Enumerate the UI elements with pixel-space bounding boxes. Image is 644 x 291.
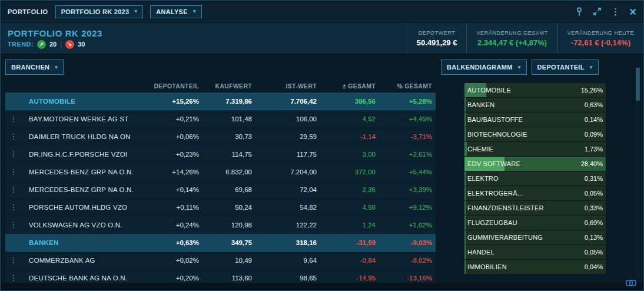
close-icon[interactable]: ×: [629, 6, 636, 18]
chart-bar-row[interactable]: FINANZDIENSTLEISTER0,33%: [464, 201, 606, 215]
stock-row[interactable]: ⋮MERCEDES-BENZ GRP NA O.N.+0,14%69,6872,…: [5, 181, 436, 199]
chart-bar-row[interactable]: AUTOMOBILE15,26%: [464, 83, 606, 97]
scrollbar-thumb[interactable]: [636, 68, 640, 101]
chart-bar-row[interactable]: HANDEL0,05%: [464, 245, 606, 259]
instrument-name: PORSCHE AUTOM.HLDG VZO: [22, 204, 141, 211]
table-header: DEPOTANTEIL KAUFWERT IST-WERT ± GESAMT %…: [5, 80, 436, 92]
depotanteil-value: +0,21%: [141, 115, 203, 123]
chart-bar-row[interactable]: BAU/BAUSTOFFE0,14%: [464, 113, 606, 127]
row-menu-icon[interactable]: ⋮: [5, 203, 22, 211]
trend-down-count: 30: [78, 41, 85, 48]
chart-bar-row[interactable]: IMMOBILIEN0,04%: [464, 260, 606, 274]
analyse-dropdown[interactable]: ANALYSE ▾: [150, 5, 201, 18]
kaufwert-value: 7.319,86: [203, 98, 255, 105]
page-title: PORTFOLIO RK 2023: [8, 28, 102, 38]
row-menu-icon[interactable]: ⋮: [5, 114, 22, 123]
column-header-gesamt-pct[interactable]: % GESAMT: [379, 82, 436, 90]
trend-label: TREND:: [8, 41, 34, 48]
depotanteil-value: +0,24%: [141, 221, 203, 229]
stat-value: 50.491,29 €: [417, 38, 457, 47]
chart-category-label: FLUGZEUGBAU: [464, 219, 517, 226]
row-menu-icon[interactable]: ⋮: [5, 256, 22, 264]
chart-bar-row[interactable]: BANKEN0,63%: [464, 98, 606, 112]
row-menu-icon[interactable]: ⋮: [5, 185, 22, 194]
vertical-scrollbar[interactable]: [635, 65, 640, 281]
chart-value-label: 0,31%: [585, 171, 603, 186]
row-menu-icon[interactable]: ⋮: [5, 220, 22, 229]
row-menu-icon[interactable]: ⋮: [5, 273, 22, 282]
instrument-name: DR.ING.H.C.F.PORSCHE VZOI: [22, 151, 141, 158]
chart-bar-row[interactable]: FLUGZEUGBAU0,69%: [464, 216, 606, 230]
kebab-menu-icon[interactable]: ⋮: [611, 6, 620, 17]
instrument-name: MERCEDES-BENZ GRP NA O.N.: [22, 168, 141, 176]
column-header-depotanteil[interactable]: DEPOTANTEIL: [141, 82, 203, 90]
chart-category-label: EDV SOFTWARE: [464, 160, 520, 167]
stock-row[interactable]: ⋮PORSCHE AUTOM.HLDG VZO+0,11%50,2454,824…: [5, 199, 436, 216]
column-header-gesamt[interactable]: ± GESAMT: [320, 82, 379, 90]
chart-bar-row[interactable]: GUMMIVERARBEITUNG0,13%: [464, 230, 606, 244]
depotanteil-value: +0,63%: [141, 239, 203, 246]
ist-wert-value: 7.204,00: [255, 168, 320, 176]
chart-category-label: FINANZDIENSTLEISTER: [464, 204, 544, 211]
depotanteil-value: +0,11%: [141, 204, 203, 211]
chart-bar-row[interactable]: BIOTECHNOLOGIE0,09%: [464, 127, 606, 141]
chart-category-label: BAU/BAUSTOFFE: [464, 116, 523, 123]
row-menu-icon[interactable]: ⋮: [5, 150, 22, 158]
stock-row[interactable]: ⋮COMMERZBANK AG+0,02%10,499,64-0,84-8,02…: [5, 252, 436, 269]
sector-row[interactable]: AUTOMOBILE+15,26%7.319,867.706,42386,56+…: [5, 92, 436, 110]
gesamt-pct-value: +2,61%: [379, 151, 436, 158]
sector-name: AUTOMOBILE: [22, 98, 141, 105]
chevron-down-icon: ▾: [134, 9, 137, 14]
sector-row[interactable]: BANKEN+0,63%349,75318,16-31,59-9,03%: [5, 234, 436, 252]
chart-value-label: 0,13%: [585, 230, 603, 244]
stock-row[interactable]: ⋮BAY.MOTOREN WERKE AG ST+0,21%101,48106,…: [5, 110, 436, 128]
chevron-down-icon: ▾: [193, 9, 196, 14]
expand-icon[interactable]: [593, 7, 602, 16]
chart-metric-dropdown-value: DEPOTANTEIL: [537, 64, 585, 71]
chart-metric-dropdown[interactable]: DEPOTANTEIL ▾: [532, 59, 599, 75]
ist-wert-value: 98,65: [255, 275, 320, 282]
depotanteil-value: +0,23%: [141, 151, 203, 158]
kaufwert-value: 113,60: [203, 275, 255, 282]
chart-value-label: 28,40%: [581, 157, 603, 171]
depotanteil-value: +0,20%: [141, 275, 203, 282]
stock-row[interactable]: ⋮MERCEDES-BENZ GRP NA O.N.+14,26%6.832,0…: [5, 163, 436, 181]
gesamt-pct-value: +5,28%: [379, 98, 436, 105]
chart-bar-row[interactable]: EDV SOFTWARE28,40%: [464, 157, 606, 171]
stock-row[interactable]: ⋮VOLKSWAGEN AG VZO O.N.+0,24%120,98122,2…: [5, 216, 436, 234]
ist-wert-value: 122,22: [255, 221, 320, 229]
stat-depotwert: DEPOTWERT 50.491,29 €: [407, 23, 467, 54]
kaufwert-value: 69,68: [203, 186, 255, 193]
chart-category-label: CHEMIE: [464, 146, 493, 153]
link-icon[interactable]: [626, 278, 636, 289]
column-header-ist-wert[interactable]: IST-WERT: [255, 82, 320, 90]
stock-row[interactable]: ⋮DR.ING.H.C.F.PORSCHE VZOI+0,23%114,7511…: [5, 146, 436, 163]
instrument-name: DAIMLER TRUCK HLDG NA ON: [22, 133, 141, 140]
portfolio-header: PORTFOLIO RK 2023 TREND: ↗ 20 | ↘ 30 DEP…: [1, 23, 643, 55]
column-header-kaufwert[interactable]: KAUFWERT: [203, 82, 255, 90]
chevron-down-icon: ▾: [518, 65, 521, 70]
instrument-name: MERCEDES-BENZ GRP NA O.N.: [22, 186, 141, 193]
chart-bar-row[interactable]: ELEKTROGERÄ...0,05%: [464, 186, 606, 200]
chart-type-dropdown[interactable]: BALKENDIAGRAMM ▾: [441, 59, 527, 75]
pin-icon[interactable]: [575, 7, 583, 16]
portfolio-dropdown-value: PORTFOLIO RK 2023: [61, 8, 130, 15]
row-menu-icon[interactable]: ⋮: [5, 167, 22, 176]
portfolio-dropdown[interactable]: PORTFOLIO RK 2023 ▾: [55, 5, 144, 18]
chart-bar-row[interactable]: CHEMIE1,73%: [464, 142, 606, 156]
stock-row[interactable]: ⋮DAIMLER TRUCK HLDG NA ON+0,06%30,7329,5…: [5, 128, 436, 146]
chart-bar-row[interactable]: ELEKTRO0,31%: [464, 171, 606, 186]
gesamt-pct-value: -9,03%: [379, 239, 436, 246]
row-menu-icon[interactable]: ⋮: [5, 132, 22, 141]
branchen-dropdown[interactable]: BRANCHEN ▾: [5, 59, 64, 75]
trend-separator: |: [60, 41, 62, 48]
chart-value-label: 0,33%: [585, 201, 603, 215]
title-block: PORTFOLIO RK 2023 TREND: ↗ 20 | ↘ 30: [8, 23, 102, 54]
branchen-dropdown-value: BRANCHEN: [11, 64, 49, 71]
gesamt-pct-value: -13,16%: [379, 275, 436, 282]
depotanteil-value: +0,06%: [141, 133, 203, 140]
chart-category-label: ELEKTRO: [464, 175, 499, 182]
gesamt-value: 2,36: [320, 186, 379, 193]
ist-wert-value: 9,64: [255, 257, 320, 264]
ist-wert-value: 318,16: [255, 239, 320, 246]
